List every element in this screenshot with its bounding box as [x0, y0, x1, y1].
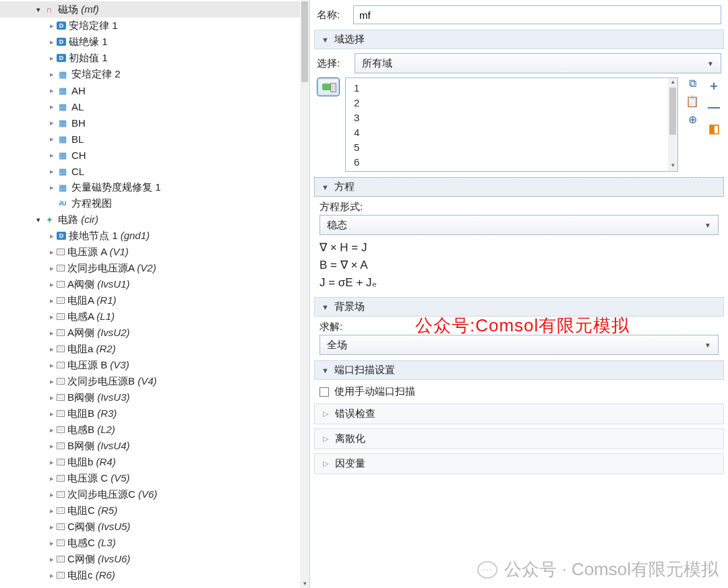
tree-item[interactable]: □A网侧 (IvsU2)	[0, 325, 309, 341]
section-background-field[interactable]: ▼ 背景场	[314, 297, 724, 317]
expand-arrow-icon[interactable]	[34, 216, 43, 224]
tree-item[interactable]: ▦AL	[0, 98, 309, 115]
tree-item[interactable]: □次同步电压源A (V2)	[0, 260, 309, 276]
scroll-thumb[interactable]	[301, 1, 308, 82]
expand-arrow-icon[interactable]	[47, 232, 57, 240]
list-item[interactable]: 5	[354, 140, 669, 155]
name-input[interactable]	[353, 5, 721, 24]
section-dependent-vars[interactable]: ▷ 因变量	[314, 453, 724, 474]
tree-item[interactable]: ∂U方程视图	[0, 195, 309, 211]
tree-item[interactable]: D初始值 1	[0, 50, 309, 66]
expand-arrow-icon[interactable]	[47, 329, 57, 337]
add-icon[interactable]: ＋	[708, 77, 720, 94]
tree-item[interactable]: □电压源 C (V5)	[0, 470, 309, 486]
scroll-thumb[interactable]	[669, 88, 676, 135]
tree-item[interactable]: □次同步电压源B (V4)	[0, 373, 309, 389]
tree-item[interactable]: □电阻c (R6)	[0, 567, 309, 583]
tree-item[interactable]: □电阻C (R5)	[0, 502, 309, 519]
tree-item[interactable]: ∩磁场 (mf)	[0, 1, 309, 18]
tree-item[interactable]: □次同步电压源C (V6)	[0, 486, 309, 502]
expand-arrow-icon[interactable]	[34, 5, 43, 14]
expand-arrow-icon[interactable]	[47, 393, 57, 402]
expand-arrow-icon[interactable]	[47, 345, 57, 354]
section-domain-selection[interactable]: ▼ 域选择	[314, 30, 724, 49]
tree-item[interactable]: ▦CL	[0, 163, 309, 179]
tree-item[interactable]: □电感A (L1)	[0, 308, 309, 325]
expand-arrow-icon[interactable]	[47, 54, 57, 63]
paste-icon[interactable]: 📋	[686, 95, 699, 108]
tree-item[interactable]: ▦BH	[0, 115, 309, 131]
expand-arrow-icon[interactable]	[47, 571, 57, 580]
tree-item[interactable]: □B网侧 (IvsU4)	[0, 438, 309, 454]
expand-arrow-icon[interactable]	[47, 22, 57, 30]
tree-item[interactable]: □电阻A (R1)	[0, 292, 309, 308]
tree-item[interactable]: □电阻a (R2)	[0, 341, 309, 357]
tree-item[interactable]: ▦矢量磁势度规修复 1	[0, 179, 309, 195]
expand-arrow-icon[interactable]	[47, 442, 57, 451]
expand-arrow-icon[interactable]	[47, 70, 57, 79]
expand-arrow-icon[interactable]	[47, 119, 57, 127]
tree-item[interactable]: D磁绝缘 1	[0, 34, 309, 50]
tree-item[interactable]: □电阻b (R4)	[0, 454, 309, 470]
expand-arrow-icon[interactable]	[47, 248, 57, 257]
expand-arrow-icon[interactable]	[47, 410, 57, 418]
tree-item[interactable]: ▦CH	[0, 147, 309, 163]
tree-item[interactable]: ▦BL	[0, 131, 309, 147]
expand-arrow-icon[interactable]	[47, 539, 57, 548]
copy-icon[interactable]: ⧉	[689, 77, 696, 90]
list-item[interactable]: 1	[354, 81, 669, 96]
expand-arrow-icon[interactable]	[47, 523, 57, 531]
expand-arrow-icon[interactable]	[47, 507, 57, 515]
section-discretization[interactable]: ▷ 离散化	[314, 428, 724, 449]
tree-item[interactable]: □B阀侧 (IvsU3)	[0, 389, 309, 405]
tree-item[interactable]: □A阀侧 (IvsU1)	[0, 276, 309, 292]
tree-item[interactable]: ▦AH	[0, 82, 309, 98]
list-item[interactable]: 3	[354, 110, 669, 125]
expand-arrow-icon[interactable]	[47, 426, 57, 434]
tree-item[interactable]: □C阀侧 (IvsU5)	[0, 519, 309, 535]
expand-arrow-icon[interactable]	[47, 167, 57, 176]
scroll-down-icon[interactable]: ▾	[668, 162, 677, 171]
expand-arrow-icon[interactable]	[47, 151, 57, 160]
list-item[interactable]: 4	[354, 125, 669, 140]
list-scrollbar[interactable]: ▴ ▾	[668, 78, 677, 171]
model-tree-panel[interactable]: ∩磁场 (mf)D安培定律 1D磁绝缘 1D初始值 1▦安培定律 2▦AH▦AL…	[0, 0, 310, 588]
expand-arrow-icon[interactable]	[47, 86, 57, 95]
section-port-scan[interactable]: ▼ 端口扫描设置	[314, 360, 724, 380]
expand-arrow-icon[interactable]	[47, 490, 57, 499]
expand-arrow-icon[interactable]	[47, 38, 57, 46]
expand-arrow-icon[interactable]	[47, 313, 57, 321]
scroll-up-icon[interactable]: ▴	[668, 78, 677, 88]
section-equation[interactable]: ▼ 方程	[314, 177, 724, 197]
list-item[interactable]: 6	[354, 155, 669, 170]
tree-item[interactable]: ▦安培定律 2	[0, 66, 309, 82]
tree-item[interactable]: D接地节点 1 (gnd1)	[0, 228, 309, 244]
tree-scrollbar[interactable]: ▴ ▾	[300, 0, 309, 588]
expand-arrow-icon[interactable]	[47, 264, 57, 273]
section-error-check[interactable]: ▷ 错误检查	[314, 403, 724, 424]
expand-arrow-icon[interactable]	[47, 474, 57, 483]
manual-port-scan-checkbox[interactable]	[320, 387, 329, 397]
domain-list[interactable]: 123456 ▴ ▾	[345, 77, 678, 172]
expand-arrow-icon[interactable]	[47, 102, 57, 111]
tree-item[interactable]: □电压源 A (V1)	[0, 244, 309, 260]
tree-item[interactable]: ✦电路 (cir)	[0, 211, 309, 228]
expand-arrow-icon[interactable]	[47, 458, 57, 467]
eq-form-dropdown[interactable]: 稳态 ▼	[320, 215, 719, 235]
remove-icon[interactable]: —	[708, 100, 720, 115]
expand-arrow-icon[interactable]	[47, 377, 57, 386]
expand-arrow-icon[interactable]	[47, 555, 57, 564]
swap-icon[interactable]: ◧	[708, 121, 720, 136]
tree-item[interactable]: □电压源 B (V3)	[0, 357, 309, 373]
tree-item[interactable]: D安培定律 1	[0, 18, 309, 34]
domain-select-dropdown[interactable]: 所有域 ▼	[355, 53, 721, 73]
tree-item[interactable]: □电感C (L3)	[0, 535, 309, 551]
target-icon[interactable]: ⊕	[688, 113, 697, 126]
expand-arrow-icon[interactable]	[47, 280, 57, 289]
scroll-down-icon[interactable]: ▾	[300, 579, 309, 588]
expand-arrow-icon[interactable]	[47, 361, 57, 370]
tree-item[interactable]: □C网侧 (IvsU6)	[0, 551, 309, 567]
tree-item[interactable]: □电感B (L2)	[0, 422, 309, 438]
expand-arrow-icon[interactable]	[47, 296, 57, 305]
solve-dropdown[interactable]: 全场 ▼	[320, 335, 719, 355]
